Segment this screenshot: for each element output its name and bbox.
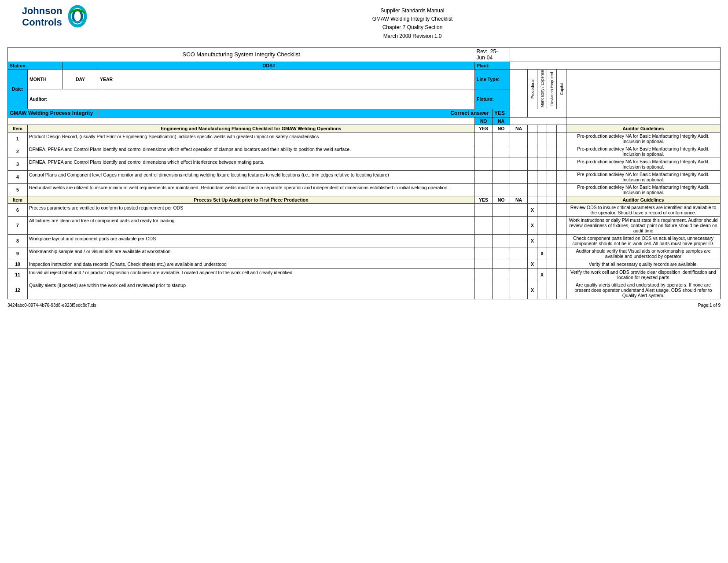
s1-na-header: NA [510,125,528,132]
ods-label: ODS# [63,62,475,69]
row-1-yes [475,132,493,145]
no-na-row: NO NA [8,117,721,125]
row-1-no [493,132,510,145]
s1-item-header: Item [8,125,28,132]
row-6-proc: X [528,203,537,216]
sco-title: SCO Manufacturing System Integrity Check… [8,47,475,62]
row-8-desc: Workplace layout and component parts are… [28,234,475,247]
procedural-header: Procedural [528,69,537,109]
row-12-guidelines: Are quality alerts utilized and understo… [566,281,721,299]
s1-yes-header: YES [475,125,493,132]
row-10-proc: X [528,260,537,268]
table-row: 8 Workplace layout and component parts a… [8,234,721,247]
section1-header-row: Item Engineering and Manufacturing Plann… [8,125,721,132]
file-name: 3424abc0-0974-4b76-93d8-e923f5edc8c7.xls [7,303,96,308]
row-6-num: 6 [8,203,28,216]
svg-point-1 [73,10,82,22]
row-9-guidelines: Auditor should verify that Visual aids o… [566,247,721,260]
row-4-desc: Control Plans and Component level Gages … [28,170,475,183]
no-header: NO [475,117,493,125]
row-9-num: 9 [8,247,28,260]
plant-label: Plant: [475,62,510,69]
date-row: Date: MONTH DAY YEAR Line Type: Procedur… [8,69,721,89]
page-info: Page:1 of 9 [698,303,721,308]
auditor-label: Auditor: [28,89,475,109]
row-5-guidelines: Pre-production activiey NA for Basic Man… [566,183,721,196]
row-6-desc: Process parameters are verified to confo… [28,203,475,216]
page-header: Johnson Controls Supplier Standards Manu… [7,4,721,40]
month-label: MONTH [28,69,63,89]
row-12-num: 12 [8,281,28,299]
main-checklist-table: SCO Manufacturing System Integrity Check… [7,47,721,299]
s1-guidelines-header: Auditor Guidelines [566,125,721,132]
table-row: 9 Workmanship sample and / or visual aid… [8,247,721,260]
s1-no-header: NO [493,125,510,132]
s2-item-header: Item [8,196,28,203]
station-row: Station: ODS# Plant: [8,62,721,69]
s2-yes-header: YES [475,196,493,203]
day-label: DAY [63,69,98,89]
row-11-guidelines: Verify the work cell and ODS provide cle… [566,268,721,281]
sco-title-row: SCO Manufacturing System Integrity Check… [8,47,721,62]
row-4-guidelines: Pre-production activiey NA for Basic Man… [566,170,721,183]
page-footer: 3424abc0-0974-4b76-93d8-e923f5edc8c7.xls… [7,303,721,308]
document-title: Supplier Standards Manual GMAW Welding I… [104,7,721,40]
correct-answer-label: Correct answer [98,109,493,117]
logo-icon [66,4,90,29]
row-3-desc: DFMEA, PFMEA and Control Plans identify … [28,158,475,170]
row-5-num: 5 [8,183,28,196]
s2-guidelines-header: Auditor Guidelines [566,196,721,203]
s1-checklist-header: Engineering and Manufacturing Planning C… [28,125,475,132]
table-row: 12 Quality alerts (if posted) are within… [8,281,721,299]
rev-field: Rev: 25-Jun-04 [475,47,510,62]
logo-text: Johnson Controls [22,5,63,28]
table-row: 4 Control Plans and Component level Gage… [8,170,721,183]
row-8-guidelines: Check component parts listed on ODS vs a… [566,234,721,247]
row-3-num: 3 [8,158,28,170]
row-6-guidelines: Review ODS to insure critical parameters… [566,203,721,216]
row-10-num: 10 [8,260,28,268]
s2-checklist-header: Process Set Up Audit prior to First Piec… [28,196,475,203]
row-8-num: 8 [8,234,28,247]
table-row: 10 Inspection instruction and data recor… [8,260,721,268]
row-10-guidelines: Verity that all necessary quality record… [566,260,721,268]
row-1-na [510,132,528,145]
station-label: Station: [8,62,63,69]
row-1-guidelines: Pre-production activiey NA for Basic Man… [566,132,721,145]
deviation-required-header: Deviation Required [547,69,557,109]
row-11-desc: Individual reject label and / or product… [28,268,475,281]
row-1-num: 1 [8,132,28,145]
table-row: 6 Process parameters are verified to con… [8,203,721,216]
row-5-desc: Redundant welds are utilized to insure m… [28,183,475,196]
row-2-guidelines: Pre-production activiey NA for Basic Man… [566,145,721,158]
s2-na-header: NA [510,196,528,203]
table-row: 7 All fixtures are clean and free of com… [8,216,721,234]
date-label: Date: [8,69,28,109]
row-7-proc: X [528,216,537,234]
table-row: 2 DFMEA, PFMEA and Control Plans identif… [8,145,721,158]
section2-header-row: Item Process Set Up Audit prior to First… [8,196,721,203]
year-label: YEAR [98,69,475,89]
row-1-desc: Product Design Record, (usually Part Pri… [28,132,475,145]
correct-answer-value: YES [493,109,510,117]
row-11-mand: X [537,268,547,281]
row-12-desc: Quality alerts (if posted) are within th… [28,281,475,299]
row-9-desc: Workmanship sample and / or visual aids … [28,247,475,260]
row-11-num: 11 [8,268,28,281]
row-2-desc: DFMEA, PFMEA and Control Plans identify … [28,145,475,158]
table-row: 5 Redundant welds are utilized to insure… [8,183,721,196]
table-row: 1 Product Design Record, (usually Part P… [8,132,721,145]
na-header: NA [493,117,510,125]
row-2-num: 2 [8,145,28,158]
mandatory-expense-header: Mandatory / Expense [537,69,547,109]
capital-header: Capital [557,69,566,109]
row-7-guidelines: Work instructions or daily PM must state… [566,216,721,234]
gmaw-row: GMAW Welding Process Integrity Correct a… [8,109,721,117]
row-10-desc: Inspection instruction and data records … [28,260,475,268]
row-3-guidelines: Pre-production activiey NA for Basic Man… [566,158,721,170]
gmaw-title: GMAW Welding Process Integrity [8,109,98,117]
row-9-mand: X [537,247,547,260]
row-7-desc: All fixtures are clean and free of compo… [28,216,475,234]
table-row: 11 Individual reject label and / or prod… [8,268,721,281]
row-12-proc: X [528,281,537,299]
